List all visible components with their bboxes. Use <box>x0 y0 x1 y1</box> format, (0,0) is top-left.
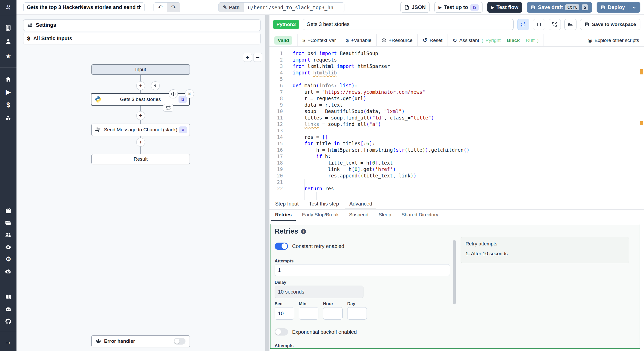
code-line: 7 url = "https://news.ycombinator.com/ne… <box>269 89 644 95</box>
code-line: 9 data = r.text <box>269 102 644 108</box>
sec-input[interactable] <box>275 307 294 320</box>
error-handler-toggle[interactable] <box>174 338 185 345</box>
hour-input[interactable] <box>323 307 343 320</box>
delete-node-button[interactable]: × <box>185 89 194 98</box>
info-icon[interactable]: i <box>301 229 306 234</box>
day-label: Day <box>347 301 355 306</box>
bug-icon <box>95 338 101 344</box>
retry-indicator-button[interactable] <box>163 104 173 112</box>
assistant-status[interactable]: ↻ Assistant (Pyright Black Ruff) <box>447 34 544 46</box>
path-group[interactable]: ✎ Path u/henri/send_to_slack_top3_hn <box>218 2 344 12</box>
expand-sidebar-arrow-icon[interactable]: → <box>3 337 13 347</box>
home-icon[interactable] <box>3 74 13 84</box>
chevron-down-icon[interactable] <box>632 5 637 10</box>
json-button[interactable]: JSON <box>400 2 430 13</box>
error-handler-card[interactable]: Error handler <box>91 335 190 347</box>
flow-node-result[interactable]: Result <box>91 154 190 164</box>
workspace-building-icon[interactable] <box>3 23 13 33</box>
code-editor[interactable]: 1from bs4 import BeautifulSoup2import re… <box>269 47 644 200</box>
suspend-icon-button[interactable] <box>549 19 561 30</box>
step-name-input[interactable] <box>303 19 514 30</box>
advanced-subtabs: Retries Early Stop/Break Suspend Sleep S… <box>269 210 644 221</box>
settings-gear-icon[interactable]: ⚙ <box>3 254 13 264</box>
early-stop-icon-button[interactable] <box>533 19 545 30</box>
code-line: 1from bs4 import BeautifulSoup <box>269 50 644 57</box>
insert-step-button[interactable]: + <box>136 81 145 90</box>
user-icon[interactable] <box>3 36 13 47</box>
move-node-button[interactable] <box>169 89 178 98</box>
redo-button[interactable]: ↷ <box>167 3 180 12</box>
canvas-zoom-in-button[interactable]: + <box>243 53 252 62</box>
code-line: 20 res.append((title_text, link)) <box>269 173 644 179</box>
favorites-star-icon[interactable]: ★ <box>3 51 13 61</box>
subtab-suspend[interactable]: Suspend <box>345 210 372 221</box>
canvas-zoom-out-button[interactable]: − <box>253 53 262 62</box>
retries-scrollbar[interactable] <box>453 240 456 304</box>
sleep-icon-button[interactable] <box>564 19 577 30</box>
subtab-early-stop[interactable]: Early Stop/Break <box>298 210 343 221</box>
dollar-icon: $ <box>302 38 305 43</box>
windmill-logo-icon[interactable] <box>3 2 13 13</box>
code-line: 3from lxml.html import html5parser <box>269 63 644 70</box>
flow-node-input[interactable]: Input <box>91 64 190 75</box>
undo-redo-group: ↶ ↷ <box>154 2 180 12</box>
folders-icon[interactable] <box>3 218 13 228</box>
undo-button[interactable]: ↶ <box>154 3 167 12</box>
panel-resize-handle[interactable] <box>265 15 269 351</box>
retries-icon-button[interactable] <box>517 19 529 30</box>
insert-step-button[interactable]: + <box>136 138 145 147</box>
tab-advanced[interactable]: Advanced <box>345 199 376 209</box>
attempts-input[interactable] <box>275 264 450 276</box>
groups-users-icon[interactable] <box>3 230 13 240</box>
retries-panel: Retries i Constant retry enabled Attempt… <box>270 224 640 349</box>
stop-square-icon <box>537 22 541 27</box>
static-inputs-card[interactable]: $ All Static Inputs <box>23 33 261 44</box>
docs-book-icon[interactable] <box>3 292 13 302</box>
flow-title-input[interactable] <box>23 2 145 12</box>
summary-title: Retry attempts <box>465 241 624 247</box>
save-to-workspace-button[interactable]: Save to workspace <box>580 19 640 30</box>
constant-retry-toggle[interactable] <box>275 243 288 250</box>
trigger-bolt-button[interactable] <box>151 81 160 90</box>
code-line: 12 links = soup.find_all("a") <box>269 121 644 127</box>
add-resource-button[interactable]: +Resource <box>377 34 418 46</box>
subtab-sleep[interactable]: Sleep <box>375 210 395 221</box>
code-line: 6def main(infos: list): <box>269 82 644 89</box>
path-value[interactable]: u/henri/send_to_slack_top3_hn <box>244 3 344 12</box>
exponential-backoff-toggle[interactable] <box>275 328 288 336</box>
tab-step-input[interactable]: Step Input <box>271 199 303 209</box>
explore-other-scripts-button[interactable]: ◉ Explore other scripts <box>583 34 644 46</box>
close-icon: × <box>188 90 191 98</box>
discord-icon[interactable] <box>3 304 13 314</box>
play-icon: ▶ <box>438 5 442 10</box>
audit-eye-icon[interactable] <box>3 242 13 252</box>
resources-cubes-icon[interactable] <box>3 113 13 123</box>
add-context-var-button[interactable]: $+Context Var <box>298 34 341 46</box>
flow-settings-card[interactable]: Settings <box>23 19 261 31</box>
reset-button[interactable]: ↺Reset <box>418 34 447 46</box>
variables-dollar-icon[interactable]: $ <box>3 100 13 110</box>
box-icon <box>382 38 386 43</box>
save-draft-button[interactable]: Save draft Ctrl S <box>527 2 592 13</box>
ai-robot-icon[interactable] <box>3 266 13 277</box>
kbd-s: S <box>582 4 588 10</box>
day-input[interactable] <box>347 307 367 320</box>
reset-icon: ↺ <box>422 37 427 44</box>
min-input[interactable] <box>299 307 318 320</box>
insert-step-button[interactable]: + <box>136 111 145 120</box>
tab-test-this-step[interactable]: Test this step <box>305 199 343 209</box>
flow-node-step-a[interactable]: Send Message to Channel (slack) a <box>91 124 190 136</box>
test-up-to-button[interactable]: ▶ Test up to b <box>434 2 482 13</box>
play-icon: ▶ <box>491 5 494 10</box>
subtab-shared-directory[interactable]: Shared Directory <box>397 210 443 221</box>
test-flow-button[interactable]: ▶ Test flow <box>487 2 522 13</box>
github-icon[interactable] <box>3 316 13 327</box>
code-line: 13 <box>269 127 644 134</box>
add-variable-button[interactable]: $+Variable <box>341 34 377 46</box>
save-icon <box>584 22 589 27</box>
schedules-calendar-icon[interactable] <box>3 206 13 216</box>
subtab-retries[interactable]: Retries <box>271 210 296 221</box>
node-badge-a: a <box>179 126 187 133</box>
runs-play-icon[interactable]: ▶ <box>3 87 13 97</box>
deploy-button[interactable]: Deploy <box>597 2 640 13</box>
